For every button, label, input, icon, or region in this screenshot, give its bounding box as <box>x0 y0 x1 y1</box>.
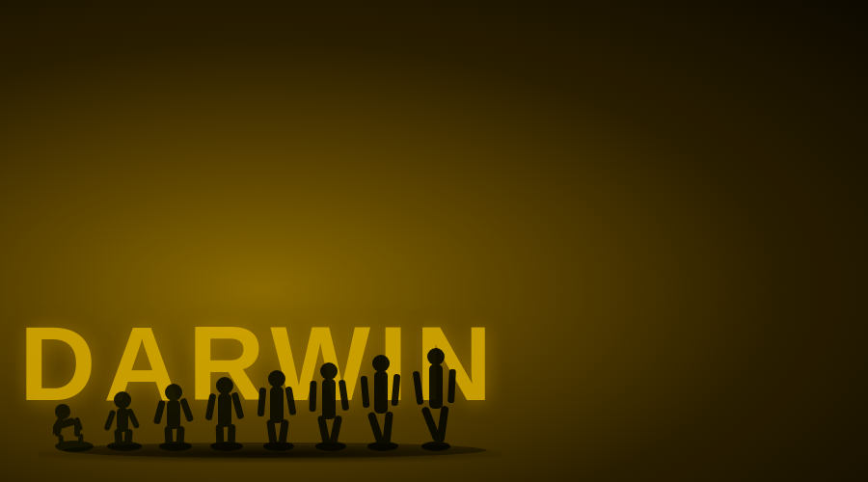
svg-rect-47 <box>367 412 386 447</box>
svg-rect-18 <box>167 400 180 429</box>
diagram-lines <box>444 0 868 482</box>
svg-rect-28 <box>205 393 217 421</box>
svg-rect-53 <box>429 364 443 409</box>
svg-point-2 <box>55 404 70 419</box>
svg-rect-50 <box>392 374 401 406</box>
svg-rect-40 <box>317 415 331 447</box>
svg-rect-42 <box>309 381 316 412</box>
svg-rect-56 <box>413 371 424 406</box>
svg-rect-29 <box>231 391 244 419</box>
svg-rect-14 <box>103 410 116 432</box>
svg-point-17 <box>165 384 182 401</box>
svg-rect-35 <box>258 388 267 416</box>
svg-rect-11 <box>117 408 128 432</box>
svg-point-45 <box>372 355 390 372</box>
svg-rect-25 <box>218 393 231 427</box>
svg-point-38 <box>320 362 338 380</box>
svg-rect-46 <box>374 371 388 414</box>
signal-flow-diagram: Config PCM DSD Clock FIR Filter NOS DSDP… <box>444 0 868 482</box>
svg-rect-39 <box>322 379 336 419</box>
evolution-silhouettes <box>53 304 497 458</box>
svg-rect-48 <box>382 412 393 447</box>
svg-rect-43 <box>339 380 349 412</box>
svg-point-52 <box>427 348 445 365</box>
svg-rect-36 <box>285 387 296 416</box>
svg-rect-22 <box>179 397 194 422</box>
svg-point-31 <box>268 370 285 388</box>
svg-point-24 <box>216 377 233 394</box>
svg-point-58 <box>63 442 487 458</box>
svg-rect-32 <box>270 387 284 423</box>
svg-rect-49 <box>361 376 370 408</box>
svg-point-10 <box>114 391 131 409</box>
svg-rect-41 <box>329 415 342 447</box>
svg-rect-21 <box>153 400 166 425</box>
